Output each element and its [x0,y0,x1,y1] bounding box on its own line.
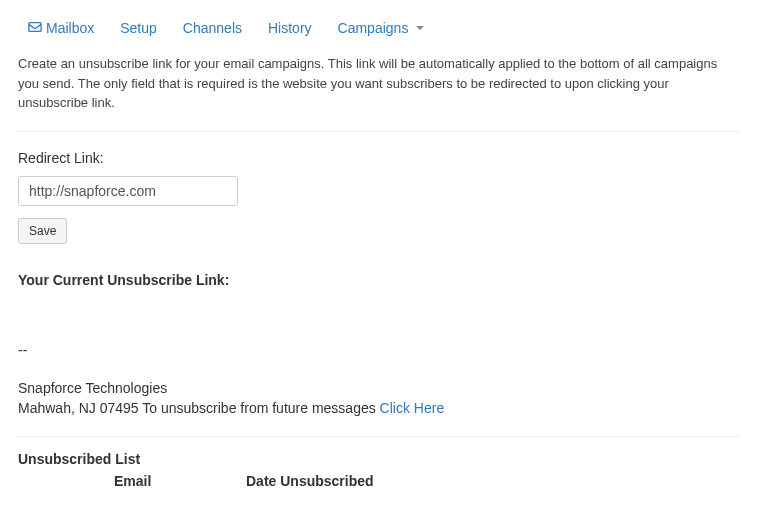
signature-company: Snapforce Technologies [18,378,739,398]
signature-block: -- Snapforce Technologies Mahwah, NJ 074… [18,340,739,419]
chevron-down-icon [416,26,424,30]
save-button[interactable]: Save [18,218,67,244]
unsubscribed-heading: Unsubscribed List [18,451,739,467]
nav-setup[interactable]: Setup [120,20,157,36]
nav-campaigns-label: Campaigns [338,20,409,36]
signature-separator: -- [18,340,739,360]
col-header-date: Date Unsubscribed [246,473,446,489]
divider [18,131,739,132]
unsubscribed-section: Unsubscribed List Email Date Unsubscribe… [18,451,739,489]
nav-campaigns[interactable]: Campaigns [338,20,425,36]
page-description: Create an unsubscribe link for your emai… [18,54,739,113]
signature-address: Mahwah, NJ 07495 [18,400,139,416]
svg-rect-0 [29,23,41,32]
nav-history-label: History [268,20,312,36]
nav-channels[interactable]: Channels [183,20,242,36]
top-nav: Mailbox Setup Channels History Campaigns [0,0,757,54]
signature-line: Mahwah, NJ 07495 To unsubscribe from fut… [18,398,739,418]
nav-history[interactable]: History [268,20,312,36]
redirect-link-input[interactable] [18,176,238,206]
nav-channels-label: Channels [183,20,242,36]
nav-mailbox-label: Mailbox [46,20,94,36]
col-header-email: Email [114,473,246,489]
nav-mailbox[interactable]: Mailbox [28,20,94,36]
mailbox-icon [28,20,42,36]
unsubscribe-link[interactable]: Click Here [380,400,445,416]
redirect-link-label: Redirect Link: [18,150,739,166]
main-content: Create an unsubscribe link for your emai… [0,54,757,489]
nav-setup-label: Setup [120,20,157,36]
unsubscribe-text: To unsubscribe from future messages [139,400,380,416]
divider-2 [18,436,739,437]
table-header: Email Date Unsubscribed [18,473,739,489]
current-link-heading: Your Current Unsubscribe Link: [18,272,739,288]
